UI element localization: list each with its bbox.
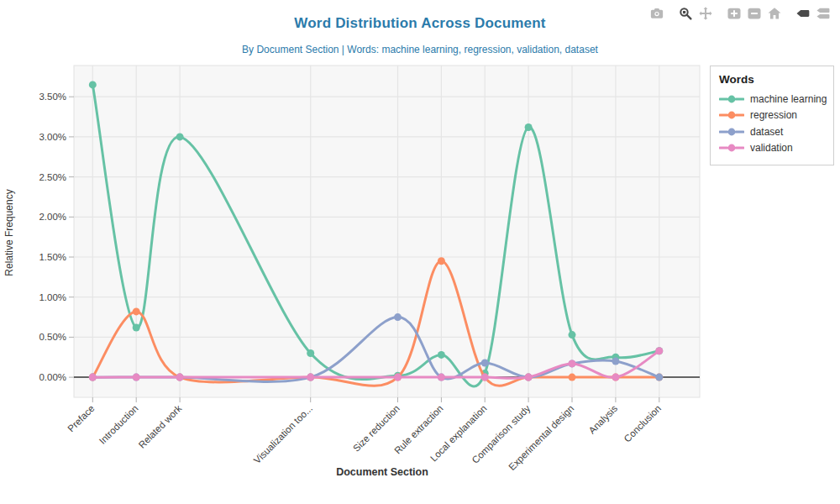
point-validation-9[interactable] [612, 374, 619, 381]
y-tick-label: 1.00% [39, 292, 66, 302]
point-machine-learning-0[interactable] [89, 81, 97, 88]
point-validation-8[interactable] [569, 360, 576, 367]
point-dataset-9[interactable] [612, 358, 619, 365]
point-validation-7[interactable] [525, 374, 533, 381]
plot-area[interactable] [74, 66, 700, 397]
point-regression-5[interactable] [438, 257, 445, 265]
legend-entries: machine learningregressiondatasetvalidat… [719, 91, 827, 156]
x-tick-label: Size reduction [351, 403, 402, 454]
legend-marker-icon [719, 94, 744, 104]
point-regression-8[interactable] [569, 374, 576, 381]
legend-item-machine-learning[interactable]: machine learning [719, 91, 827, 108]
legend-label: validation [750, 142, 793, 154]
point-dataset-4[interactable] [394, 313, 402, 321]
legend-marker-icon [719, 127, 744, 137]
x-tick-label: Visualization too... [252, 403, 314, 465]
y-tick-label: 0.00% [39, 372, 66, 382]
legend: Words machine learningregressiondatasetv… [710, 66, 834, 165]
legend-label: machine learning [750, 93, 827, 105]
y-tick-label: 3.00% [39, 132, 66, 142]
y-tick-label: 2.00% [39, 212, 66, 222]
y-tick-label: 1.50% [39, 252, 66, 262]
point-machine-learning-5[interactable] [438, 351, 445, 359]
legend-marker-icon [719, 110, 744, 120]
y-tick-label: 2.50% [39, 172, 66, 182]
legend-item-dataset[interactable]: dataset [719, 123, 827, 140]
point-machine-learning-7[interactable] [525, 123, 533, 131]
point-validation-3[interactable] [307, 374, 314, 381]
legend-title: Words [719, 73, 827, 86]
point-dataset-10[interactable] [655, 374, 663, 381]
y-axis-title: Relative Frequency [3, 189, 15, 276]
point-validation-1[interactable] [133, 374, 140, 381]
point-validation-4[interactable] [394, 374, 402, 381]
x-tick-label: Conclusion [622, 403, 663, 444]
point-validation-6[interactable] [481, 374, 489, 381]
legend-item-regression[interactable]: regression [719, 108, 827, 124]
legend-marker-icon [719, 143, 744, 153]
legend-item-validation[interactable]: validation [719, 140, 827, 157]
point-validation-2[interactable] [176, 374, 184, 381]
x-tick-label: Related work [137, 403, 184, 450]
point-machine-learning-2[interactable] [176, 133, 184, 140]
point-machine-learning-8[interactable] [569, 331, 576, 339]
point-validation-5[interactable] [438, 374, 445, 381]
x-tick-label: Preface [66, 403, 97, 434]
y-tick-label: 0.50% [39, 332, 66, 342]
y-tick-label: 3.50% [39, 92, 66, 102]
point-regression-1[interactable] [133, 307, 140, 315]
x-axis-title: Document Section [336, 466, 428, 478]
point-validation-10[interactable] [655, 347, 663, 354]
legend-label: dataset [750, 126, 783, 138]
point-machine-learning-3[interactable] [307, 349, 314, 357]
point-validation-0[interactable] [89, 374, 97, 381]
point-dataset-6[interactable] [481, 360, 489, 367]
point-machine-learning-1[interactable] [133, 324, 140, 332]
x-tick-label: Introduction [97, 403, 140, 446]
legend-label: regression [750, 109, 797, 121]
x-tick-label: Analysis [587, 403, 620, 436]
